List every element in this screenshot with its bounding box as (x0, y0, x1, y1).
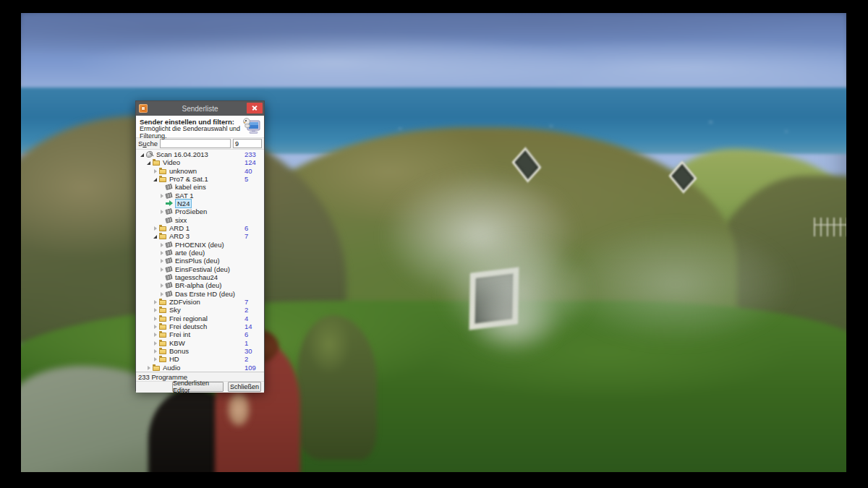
channel-icon (165, 192, 172, 199)
channel-count: 30 (244, 347, 252, 355)
tree-item-label: Bonus (169, 347, 190, 355)
tree-item-label: EinsFestival (deu) (174, 265, 231, 273)
channel-count: 6 (244, 330, 248, 338)
channel-icon (165, 266, 172, 273)
tree-item-label: BR-alpha (deu) (174, 281, 222, 289)
collapse-icon[interactable] (140, 153, 146, 157)
tree-item[interactable]: Frei regional4 (136, 314, 264, 322)
channel-count: 6 (244, 224, 248, 232)
tree-item[interactable]: ProSieben (136, 207, 264, 215)
tree-item[interactable]: Bonus30 (136, 347, 264, 355)
channel-tree[interactable]: Scan 16.04.2013233Video124unknown40Pro7 … (136, 150, 264, 372)
smoke-drift (556, 223, 795, 346)
tree-item[interactable]: EinsPlus (deu) (136, 257, 264, 265)
tree-item-label: Video (162, 158, 181, 166)
channel-count: 1 (244, 339, 248, 347)
folder-icon (159, 226, 166, 231)
folder-icon (159, 308, 166, 313)
tree-item[interactable]: N24 (136, 200, 264, 207)
expand-icon[interactable] (153, 168, 159, 174)
tree-item-label: N24 (176, 200, 191, 207)
channel-count: 5 (244, 175, 248, 183)
expand-icon[interactable] (153, 356, 159, 361)
folder-icon (159, 325, 166, 330)
tree-item[interactable]: arte (deu) (136, 249, 264, 257)
tree-item[interactable]: ARD 37 (136, 232, 264, 240)
expand-icon[interactable] (153, 307, 159, 312)
expand-icon[interactable] (153, 324, 159, 329)
tree-item-label: EinsPlus (deu) (174, 257, 221, 265)
channel-icon (165, 274, 172, 281)
channel-count: 109 (244, 364, 256, 372)
folder-icon (159, 177, 166, 182)
tree-item[interactable]: Video124 (136, 158, 264, 166)
dialog-titlebar[interactable]: Senderliste (136, 101, 264, 116)
tree-item[interactable]: Frei int6 (136, 330, 264, 338)
tree-item[interactable]: ARD 16 (136, 224, 264, 232)
current-channel-arrow-icon (166, 200, 174, 207)
tree-item[interactable]: KBW1 (136, 339, 264, 347)
tree-item[interactable]: HD2 (136, 355, 264, 363)
tree-item-label: tagesschau24 (174, 273, 218, 281)
tree-item[interactable]: PHOENIX (deu) (136, 241, 264, 249)
expand-icon[interactable] (153, 299, 159, 304)
collapse-icon[interactable] (153, 177, 159, 181)
tree-item-label: SAT 1 (174, 192, 195, 200)
expand-icon[interactable] (153, 348, 159, 354)
person-face (228, 393, 250, 426)
channel-count: 124 (244, 158, 256, 166)
tree-item-label: kabel eins (174, 183, 207, 191)
tree-item[interactable]: tagesschau24 (136, 273, 264, 281)
tree-item-label: arte (deu) (174, 249, 205, 257)
search-input[interactable] (160, 139, 231, 148)
fence (814, 218, 846, 236)
expand-icon[interactable] (146, 365, 153, 370)
tree-item-label: Scan 16.04.2013 (156, 150, 209, 158)
tree-item-label: ARD 3 (169, 232, 190, 240)
filter-count-input[interactable] (233, 139, 262, 148)
folder-icon (159, 333, 166, 338)
schliessen-button[interactable]: Schließen (228, 382, 261, 392)
channel-icon (165, 291, 172, 297)
tree-item[interactable]: Das Erste HD (deu) (136, 290, 264, 298)
channel-count: 2 (244, 306, 248, 314)
tree-item[interactable]: Sky2 (136, 306, 264, 314)
channel-icon (165, 208, 172, 215)
tree-item[interactable]: BR-alpha (deu) (136, 281, 264, 289)
monitor-creature-icon (242, 117, 261, 137)
tree-item[interactable]: ZDFvision7 (136, 298, 264, 306)
dialog-footer: Senderlisten Editor Schließen (136, 382, 264, 393)
tree-item-label: Sky (169, 306, 182, 314)
tree-item[interactable]: Frei deutsch14 (136, 322, 264, 330)
folder-icon (159, 349, 166, 354)
tree-item[interactable]: Audio109 (136, 364, 264, 372)
collapse-icon[interactable] (146, 160, 153, 165)
dialog-header: Sender einstellen und filtern: Ermöglich… (136, 116, 264, 138)
tree-item-label: Das Erste HD (deu) (174, 290, 236, 298)
expand-icon[interactable] (153, 316, 159, 321)
folder-icon (159, 341, 166, 346)
close-icon[interactable] (247, 103, 263, 114)
folder-icon (159, 234, 166, 239)
tree-item-label: Frei deutsch (169, 322, 208, 330)
channel-count: 14 (244, 322, 252, 330)
tree-item[interactable]: SAT 1 (136, 192, 264, 200)
expand-icon[interactable] (153, 332, 159, 337)
tree-item[interactable]: Scan 16.04.2013233 (136, 150, 264, 158)
channel-count: 4 (244, 314, 248, 322)
tree-item[interactable]: Pro7 & Sat.15 (136, 175, 264, 183)
collapse-icon[interactable] (153, 234, 159, 239)
expand-icon[interactable] (153, 341, 159, 346)
senderlisten-editor-button[interactable]: Senderlisten Editor (172, 382, 224, 392)
smoke-plume-base (466, 291, 560, 356)
tree-item[interactable]: EinsFestival (deu) (136, 265, 264, 273)
tree-item-label: ProSieben (174, 207, 208, 215)
folder-icon (153, 160, 160, 166)
tree-item[interactable]: sixx (136, 216, 264, 224)
tree-item[interactable]: unknown40 (136, 167, 264, 175)
expand-icon[interactable] (153, 226, 159, 231)
folder-icon (159, 300, 166, 305)
channel-count: 7 (244, 232, 248, 240)
tree-item[interactable]: kabel eins (136, 183, 264, 191)
folder-icon (159, 317, 166, 322)
